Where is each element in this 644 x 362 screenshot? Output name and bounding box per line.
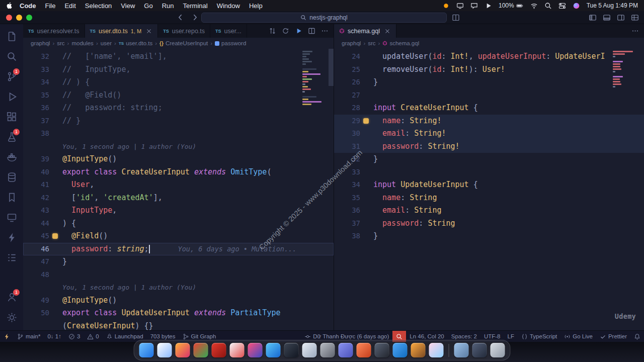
messages-menu-item[interactable] bbox=[470, 2, 478, 10]
siri-menu-item[interactable] bbox=[573, 2, 580, 10]
code-line[interactable]: 35 name: String bbox=[334, 192, 644, 205]
code-editor-user-dto[interactable]: 32// ['name', 'email'],33// InputType,34… bbox=[23, 49, 334, 330]
code-line[interactable]: 47} bbox=[23, 255, 334, 268]
code-line[interactable]: 34input UpdateUserInput { bbox=[334, 178, 644, 192]
code-line[interactable]: 36 email: String bbox=[334, 204, 644, 217]
close-icon[interactable] bbox=[384, 28, 391, 35]
split-editor-icon[interactable] bbox=[308, 27, 315, 35]
sidebar-item-settings[interactable] bbox=[0, 307, 23, 327]
dock-icon-firefox[interactable] bbox=[176, 343, 190, 357]
code-line[interactable]: 42 ['id', 'createdAt'], bbox=[23, 192, 334, 205]
problems-errors-status[interactable]: 3 bbox=[65, 331, 84, 342]
tab-user-repo-ts[interactable]: TSuser.repo.ts bbox=[158, 24, 210, 38]
problems-warnings-status[interactable]: 0 bbox=[84, 331, 102, 342]
code-line[interactable]: 37// } bbox=[23, 115, 334, 128]
breadcrumb-item-modules[interactable]: modules bbox=[71, 40, 93, 46]
dock-icon-finder[interactable] bbox=[139, 343, 154, 357]
sidebar-item-todo-tree[interactable] bbox=[0, 247, 23, 267]
go-live-status[interactable]: Go Live bbox=[560, 331, 596, 342]
dock-icon-github-desktop[interactable] bbox=[375, 343, 389, 357]
sidebar-item-run-and-debug[interactable] bbox=[0, 86, 23, 107]
more-actions-icon[interactable] bbox=[631, 27, 639, 35]
tab-user-resolver-ts[interactable]: TSuser.resolver.ts bbox=[23, 24, 85, 38]
sidebar-item-remote-explorer[interactable] bbox=[0, 207, 23, 227]
breadcrumb-item-user-dto-ts[interactable]: TSuser.dto.ts bbox=[119, 40, 152, 46]
menu-item-file[interactable]: File bbox=[41, 2, 60, 10]
code-line[interactable]: 26} bbox=[334, 76, 644, 89]
close-window-button[interactable] bbox=[6, 15, 12, 21]
dock-icon-photos[interactable] bbox=[429, 343, 444, 357]
dock-icon-terminal[interactable] bbox=[284, 343, 299, 357]
dock-icon-system-settings[interactable] bbox=[320, 343, 335, 357]
wifi-menu-item[interactable] bbox=[530, 2, 538, 10]
code-line[interactable]: 38} bbox=[334, 230, 644, 243]
code-line[interactable]: 24 updateUser(id: Int!, updateUserInput:… bbox=[334, 50, 644, 63]
sidebar-item-testing[interactable]: 1 bbox=[0, 127, 23, 147]
sidebar-item-database[interactable] bbox=[0, 167, 23, 187]
toggle-panel-icon[interactable] bbox=[603, 14, 611, 22]
code-line[interactable]: 27 bbox=[334, 89, 644, 102]
toggle-primary-sidebar-icon[interactable] bbox=[589, 14, 597, 22]
battery-menu-item[interactable]: 100% bbox=[499, 2, 524, 10]
breadcrumb-item-src[interactable]: src bbox=[368, 40, 375, 46]
dock-icon-safari[interactable] bbox=[266, 343, 281, 357]
code-line[interactable]: 44) { bbox=[23, 217, 334, 230]
code-line[interactable]: 40export class CreateUserInput extends O… bbox=[23, 166, 334, 179]
tab-schema-gql[interactable]: schema.gql bbox=[334, 24, 396, 38]
dock-icon-powerpoint[interactable] bbox=[357, 343, 371, 357]
recording-menu-item[interactable] bbox=[442, 2, 450, 10]
lightbulb-icon[interactable] bbox=[363, 118, 369, 124]
navigate-forward-icon[interactable] bbox=[191, 13, 199, 22]
dock-icon-trash[interactable] bbox=[491, 343, 505, 357]
code-line[interactable]: 49@InputType() bbox=[23, 294, 334, 307]
spotlight-menu-item[interactable] bbox=[544, 2, 552, 10]
menu-app-name[interactable]: Code bbox=[15, 2, 41, 10]
display-mirroring-menu-item[interactable] bbox=[456, 2, 464, 10]
code-line[interactable]: 32// ['name', 'email'], bbox=[23, 50, 334, 63]
menu-item-help[interactable]: Help bbox=[245, 2, 267, 10]
minimize-window-button[interactable] bbox=[16, 15, 22, 21]
screen-share-menu-item[interactable] bbox=[485, 2, 492, 10]
menu-item-view[interactable]: View bbox=[116, 2, 139, 10]
code-line[interactable]: 46 password: string;You, 6 days ago • Mu… bbox=[23, 243, 334, 256]
breadcrumb[interactable]: graphql›src›schema.gql bbox=[334, 38, 644, 49]
code-line[interactable]: 45 @Field() bbox=[23, 230, 334, 243]
navigate-back-icon[interactable] bbox=[176, 13, 185, 22]
dock-icon-adobe-acrobat[interactable] bbox=[212, 343, 226, 357]
prettier-status[interactable]: Prettier bbox=[596, 331, 630, 342]
sidebar-item-search[interactable] bbox=[0, 46, 23, 66]
command-center-extra-button[interactable] bbox=[452, 14, 460, 22]
code-line[interactable]: 39@InputType() bbox=[23, 153, 334, 166]
code-line[interactable]: 36// password: string; bbox=[23, 102, 334, 115]
more-actions-icon[interactable] bbox=[321, 27, 329, 35]
code-line[interactable]: 37 password: String bbox=[334, 217, 644, 230]
code-line[interactable]: 38 bbox=[23, 127, 334, 140]
sidebar-item-docker[interactable] bbox=[0, 147, 23, 167]
code-line[interactable]: 35// @Field() bbox=[23, 89, 334, 102]
menu-item-go[interactable]: Go bbox=[139, 2, 157, 10]
git-branch-status[interactable]: main* bbox=[14, 331, 44, 342]
sidebar-item-accounts[interactable]: 1 bbox=[0, 287, 23, 307]
control-center-menu-item[interactable] bbox=[558, 2, 566, 10]
dock-icon-applications-folder[interactable] bbox=[472, 343, 487, 357]
code-line[interactable]: 28input CreateUserInput { bbox=[334, 102, 644, 115]
apple-logo-icon[interactable] bbox=[6, 2, 13, 9]
language-mode-status[interactable]: TypeScript bbox=[518, 331, 560, 342]
lightbulb-icon[interactable] bbox=[52, 233, 58, 239]
dock-icon-blender[interactable] bbox=[411, 343, 426, 357]
code-line[interactable]: 32} bbox=[334, 153, 644, 166]
menu-item-window[interactable]: Window bbox=[212, 2, 245, 10]
breadcrumb-item-schema-gql[interactable]: schema.gql bbox=[382, 40, 419, 46]
dock-icon-vscode[interactable] bbox=[393, 343, 408, 357]
dock-icon-downloads-folder[interactable] bbox=[454, 343, 469, 357]
breadcrumb-item-password[interactable]: password bbox=[215, 40, 246, 46]
refresh-icon[interactable] bbox=[282, 27, 289, 35]
remote-status[interactable] bbox=[0, 331, 14, 342]
tab-user-[interactable]: TSuser... bbox=[210, 24, 247, 38]
sidebar-item-bookmarks[interactable] bbox=[0, 187, 23, 207]
breadcrumb-item-src[interactable]: src bbox=[57, 40, 64, 46]
code-line[interactable]: 33 bbox=[334, 166, 644, 179]
breadcrumb-item-graphql[interactable]: graphql bbox=[342, 40, 361, 46]
code-line[interactable]: 33// InputType, bbox=[23, 63, 334, 76]
command-center-search[interactable]: nestjs-graphql bbox=[201, 13, 447, 23]
